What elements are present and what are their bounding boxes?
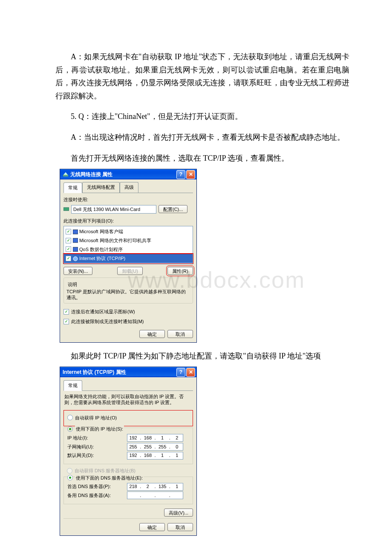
paragraph-mid: 如果此时 TCP/IP 属性为如下静态地址配置，请选取"自动获得 IP 地址"选… xyxy=(55,350,349,363)
description-text: TCP/IP 是默认的广域网协议。它提供跨越多种互联网络的通讯。 xyxy=(66,289,190,301)
description-group: 说明 TCP/IP 是默认的广域网协议。它提供跨越多种互联网络的通讯。 xyxy=(63,278,193,304)
tab-strip: 常规 xyxy=(63,380,193,391)
dns2-input[interactable]: . . . xyxy=(127,491,183,499)
tab-general[interactable]: 常规 xyxy=(63,380,82,391)
list-item[interactable]: Microsoft 网络的文件和打印机共享 xyxy=(64,236,193,245)
svg-rect-1 xyxy=(63,208,69,211)
dns1-input[interactable]: 218. 2. 135. 1 xyxy=(127,483,183,491)
tab-advanced[interactable]: 高级 xyxy=(120,182,138,193)
checkbox-icon[interactable] xyxy=(66,238,71,243)
tcpip-icon xyxy=(72,256,78,261)
uninstall-button: 卸载(U) xyxy=(117,267,143,275)
dialog-title: 无线网络连接 属性 xyxy=(70,170,176,179)
use-dns-radio[interactable] xyxy=(67,475,73,480)
titlebar[interactable]: Internet 协议 (TCP/IP) 属性 ? ✕ xyxy=(60,367,196,377)
ok-button[interactable]: 确定 xyxy=(139,523,165,531)
dns2-label: 备用 DNS 服务器(A): xyxy=(67,491,127,500)
qos-icon xyxy=(72,246,78,252)
mask-input[interactable]: 255. 255. 255. 0 xyxy=(127,443,183,451)
dialog-title: Internet 协议 (TCP/IP) 属性 xyxy=(63,368,176,376)
item-label: Microsoft 网络的文件和打印机共享 xyxy=(79,237,151,245)
advanced-button[interactable]: 高级(V)... xyxy=(164,509,193,517)
configure-button[interactable]: 配置(C)... xyxy=(159,205,187,213)
close-button[interactable]: ✕ xyxy=(186,368,195,377)
dns-fieldset: 使用下面的 DNS 服务器地址(E): 首选 DNS 服务器(P): 218. … xyxy=(63,477,193,504)
manual-ip-fieldset: 使用下面的 IP 地址(S): IP 地址(I): 192. 168. 1. 2… xyxy=(63,428,193,464)
help-button[interactable]: ? xyxy=(176,368,185,377)
notify-limited-checkbox[interactable] xyxy=(63,319,69,324)
paragraph-a5a: A：当出现这种情况时，首先打开无线网卡，查看无线网卡是否被配成静态地址。 xyxy=(55,131,349,144)
paragraph-a5b: 首先打开无线网络连接的属性，选取在 TCP/IP 选项，查看属性。 xyxy=(55,152,349,165)
svg-rect-3 xyxy=(73,238,78,243)
checkbox-icon[interactable] xyxy=(66,256,71,261)
tab-strip: 常规 无线网络配置 高级 xyxy=(63,182,193,193)
use-ip-label: 使用下面的 IP 地址(S): xyxy=(75,425,124,433)
install-button[interactable]: 安装(N)... xyxy=(63,267,92,275)
cancel-button[interactable]: 取消 xyxy=(167,330,193,338)
wireless-properties-dialog: 无线网络连接 属性 ? ✕ 常规 无线网络配置 高级 连接时使用: Dell 无… xyxy=(60,169,197,342)
auto-dns-radio xyxy=(67,468,72,474)
fps-icon xyxy=(72,238,78,243)
ip-address-fieldset: 自动获得 IP 地址(O) xyxy=(63,410,193,427)
description-title: 说明 xyxy=(66,280,78,289)
network-icon xyxy=(63,171,69,177)
document-page: A：如果无线网卡在"自动获取 IP 地址"状态下，无法获取到地址，请重启无线网卡… xyxy=(0,0,392,555)
use-ip-radio[interactable] xyxy=(67,426,73,432)
svg-point-5 xyxy=(73,257,78,261)
svg-rect-4 xyxy=(73,247,78,251)
ok-button[interactable]: 确定 xyxy=(139,330,165,338)
gateway-input[interactable]: 192. 168. 1. 1 xyxy=(127,452,183,460)
items-label: 此连接使用下列项目(O): xyxy=(63,217,193,225)
use-dns-label: 使用下面的 DNS 服务器地址(E): xyxy=(75,474,144,482)
svg-rect-0 xyxy=(63,175,68,176)
adapter-field: Dell 无线 1390 WLAN Mini-Card xyxy=(71,205,156,214)
checkbox-icon[interactable] xyxy=(66,246,71,252)
notify-icon-checkbox[interactable] xyxy=(63,309,69,315)
client-icon xyxy=(72,229,78,234)
gateway-label: 默认网关(D): xyxy=(67,451,127,460)
components-listbox[interactable]: Microsoft 网络客户端 Microsoft 网络的文件和打印机共享 Qo… xyxy=(63,226,193,264)
svg-rect-2 xyxy=(73,230,78,234)
properties-button[interactable]: 属性(R) xyxy=(167,267,193,275)
cancel-button[interactable]: 取消 xyxy=(167,523,193,531)
ip-label: IP 地址(I): xyxy=(67,434,127,442)
ip-input[interactable]: 192. 168. 1. 2 xyxy=(127,434,183,442)
connect-using-label: 连接时使用: xyxy=(63,196,193,204)
close-button[interactable]: ✕ xyxy=(186,170,195,179)
paragraph-q5: 5. Q：连接上"ChinaNet"，但是无法打开认证页面。 xyxy=(55,110,349,123)
list-item[interactable]: Microsoft 网络客户端 xyxy=(64,227,193,236)
tab-wireless[interactable]: 无线网络配置 xyxy=(82,182,120,193)
auto-ip-label: 自动获得 IP 地址(O) xyxy=(75,414,117,422)
tcpip-properties-dialog: Internet 协议 (TCP/IP) 属性 ? ✕ 常规 如果网络支持此功能… xyxy=(60,367,197,535)
item-label: Microsoft 网络客户端 xyxy=(79,228,123,236)
paragraph-a1: A：如果无线网卡在"自动获取 IP 地址"状态下，无法获取到地址，请重启无线网卡… xyxy=(55,50,349,102)
checkbox-icon[interactable] xyxy=(66,229,71,234)
notify-icon-label: 连接后在通知区域显示图标(W) xyxy=(71,308,135,316)
tcpip-description: 如果网络支持此功能，则可以获取自动指派的 IP 设置。否则，您需要从网络系统管理… xyxy=(64,393,192,406)
help-button[interactable]: ? xyxy=(176,170,185,179)
nic-icon xyxy=(63,206,69,212)
titlebar[interactable]: 无线网络连接 属性 ? ✕ xyxy=(60,169,196,179)
list-item[interactable]: QoS 数据包计划程序 xyxy=(64,245,193,254)
list-item-tcpip[interactable]: Internet 协议 (TCP/IP) xyxy=(64,254,193,263)
mask-label: 子网掩码(U): xyxy=(67,443,127,451)
dns1-label: 首选 DNS 服务器(P): xyxy=(67,483,127,491)
item-label: Internet 协议 (TCP/IP) xyxy=(79,254,125,263)
notify-limited-label: 此连接被限制或无连接时通知我(M) xyxy=(71,318,144,326)
item-label: QoS 数据包计划程序 xyxy=(79,246,123,254)
tab-general[interactable]: 常规 xyxy=(63,182,82,193)
auto-ip-radio[interactable] xyxy=(67,415,73,420)
